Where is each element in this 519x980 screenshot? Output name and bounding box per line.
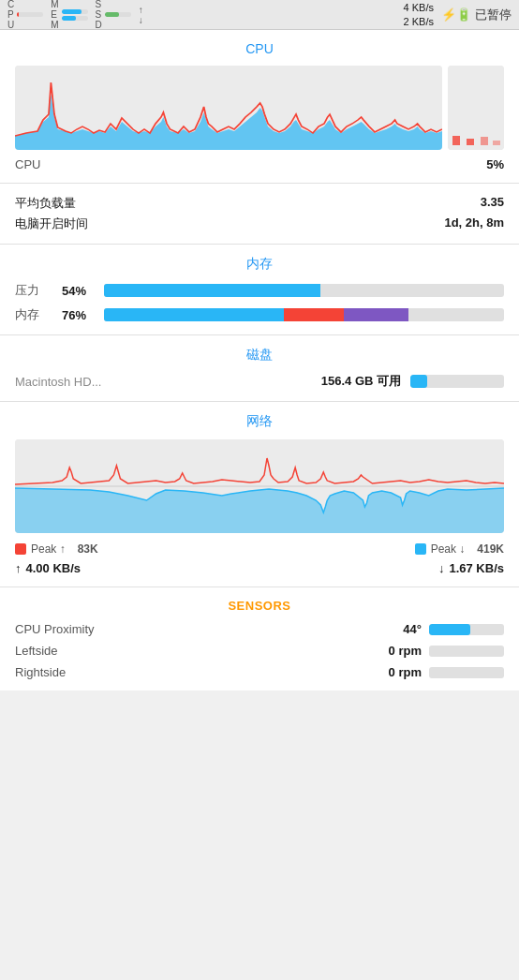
cpu-graph-side (448, 66, 504, 150)
legend-upload-dot (15, 543, 26, 555)
load-label: 平均负载量 (15, 195, 76, 212)
memory-usage-row: 内存 76% (15, 306, 504, 323)
network-section: 网络 Peak ↑ 83K Peak ↓ 419K ↑ 4.00 KB/s (0, 402, 519, 587)
network-graph (15, 439, 504, 533)
cpu-graph-main (15, 66, 442, 150)
sensor-left-name: Leftside (15, 644, 58, 658)
network-title: 网络 (15, 413, 504, 430)
net-up-value: 4.00 KB/s (26, 561, 82, 575)
net-down-value: 1.67 KB/s (449, 561, 504, 575)
disk-title: 磁盘 (15, 347, 504, 364)
cpu-mini-bar (17, 12, 43, 17)
legend-upload: Peak ↑ 83K (15, 542, 98, 556)
toolbar-speed-down: 2 KB/s (404, 15, 434, 28)
sensor-right-right: 0 rpm (389, 665, 504, 679)
disk-bar (410, 375, 504, 388)
legend-download-label: Peak ↓ (431, 542, 466, 556)
svg-rect-5 (493, 141, 500, 145)
mem-mini-bars (62, 9, 88, 21)
legend-download: Peak ↓ 419K (415, 542, 504, 556)
disk-row: Macintosh HD... 156.4 GB 可用 (15, 373, 504, 390)
load-row: 平均负载量 3.35 (15, 195, 504, 212)
sensor-left-right: 0 rpm (389, 644, 504, 658)
cpu-mini-bar-fill (17, 12, 18, 17)
cpu-label: CPU (15, 157, 40, 171)
sensor-row-left: Leftside 0 rpm (15, 644, 504, 658)
toolbar: CPU MEM SSD ↑↓ 4 KB/s 2 KB/s ⚡🔋 已暂停 (0, 0, 519, 30)
net-mini-widget: ↑↓ (139, 5, 143, 25)
ssd-mini-bar (105, 12, 131, 17)
sensor-left-value: 0 rpm (389, 644, 422, 658)
memory-usage-pct: 76% (62, 308, 104, 322)
cpu-title: CPU (15, 41, 504, 56)
sensor-right-value: 0 rpm (389, 665, 422, 679)
sensor-right-name: Rightside (15, 665, 66, 679)
network-legend: Peak ↑ 83K Peak ↓ 419K (15, 542, 504, 556)
mem-mini-bar2 (62, 16, 88, 21)
sensor-left-bar (429, 646, 504, 657)
pause-label: 已暂停 (475, 7, 512, 23)
toolbar-paused[interactable]: ⚡🔋 已暂停 (441, 7, 512, 23)
sensor-cpu-right: 44° (403, 622, 504, 636)
disk-name: Macintosh HD... (15, 375, 312, 389)
svg-rect-4 (481, 137, 488, 145)
sensors-title: SENSORS (15, 599, 504, 613)
memory-usage-label: 内存 (15, 306, 62, 323)
sensor-right-bar (429, 667, 504, 678)
memory-pressure-pct: 54% (62, 284, 104, 298)
cpu-mini-widget: CPU (7, 0, 43, 30)
legend-download-dot (415, 543, 426, 555)
cpu-mini-label: CPU (7, 0, 14, 30)
sensor-row-right: Rightside 0 rpm (15, 665, 504, 679)
disk-section: 磁盘 Macintosh HD... 156.4 GB 可用 (0, 335, 519, 402)
net-mini-label: ↑↓ (139, 5, 143, 25)
legend-download-value: 419K (477, 542, 504, 556)
memory-pressure-bar (104, 284, 504, 297)
sensor-cpu-name: CPU Proximity (15, 622, 95, 636)
sensor-row-cpu: CPU Proximity 44° (15, 622, 504, 636)
net-speed-up: ↑ 4.00 KB/s (15, 561, 81, 575)
memory-pressure-label: 压力 (15, 282, 62, 299)
net-down-arrow: ↓ (438, 561, 445, 575)
mem-mini-bar1 (62, 9, 88, 14)
net-up-arrow: ↑ (15, 561, 22, 575)
pause-icon: ⚡🔋 (441, 7, 471, 22)
svg-rect-2 (452, 136, 460, 145)
ssd-mini-label: SSD (96, 0, 102, 30)
toolbar-speed: 4 KB/s 2 KB/s (404, 1, 434, 28)
network-graph-svg (15, 439, 504, 533)
memory-section: 内存 压力 54% 内存 76% (0, 245, 519, 335)
disk-bar-fill (410, 375, 427, 388)
toolbar-speed-up: 4 KB/s (404, 1, 434, 14)
memory-title: 内存 (15, 256, 504, 273)
net-speed-down: ↓ 1.67 KB/s (438, 561, 504, 575)
ssd-mini-widget: SSD (96, 0, 131, 30)
cpu-graph-container (15, 66, 504, 150)
uptime-row: 电脑开启时间 1d, 2h, 8m (15, 215, 504, 232)
network-speed-row: ↑ 4.00 KB/s ↓ 1.67 KB/s (15, 561, 504, 575)
cpu-side-svg (448, 66, 504, 150)
mem-mini-label: MEM (51, 0, 58, 30)
svg-rect-3 (467, 139, 474, 145)
cpu-label-row: CPU 5% (15, 157, 504, 171)
legend-upload-value: 83K (78, 542, 98, 556)
load-value: 3.35 (481, 195, 504, 212)
legend-upload-label: Peak ↑ (31, 542, 66, 556)
memory-pressure-row: 压力 54% (15, 282, 504, 299)
cpu-section: CPU CPU 5% (0, 30, 519, 184)
sensors-section: SENSORS CPU Proximity 44° Leftside 0 rpm… (0, 587, 519, 690)
sensor-cpu-bar (429, 624, 504, 635)
sensor-cpu-value: 44° (403, 622, 422, 636)
cpu-percentage: 5% (486, 157, 504, 171)
cpu-graph-svg (15, 66, 442, 150)
disk-available: 156.4 GB 可用 (321, 373, 401, 390)
stats-section: 平均负载量 3.35 电脑开启时间 1d, 2h, 8m (0, 184, 519, 245)
uptime-label: 电脑开启时间 (15, 215, 88, 232)
uptime-value: 1d, 2h, 8m (444, 215, 504, 232)
memory-usage-bar (104, 308, 504, 321)
mem-mini-widget: MEM (51, 0, 87, 30)
